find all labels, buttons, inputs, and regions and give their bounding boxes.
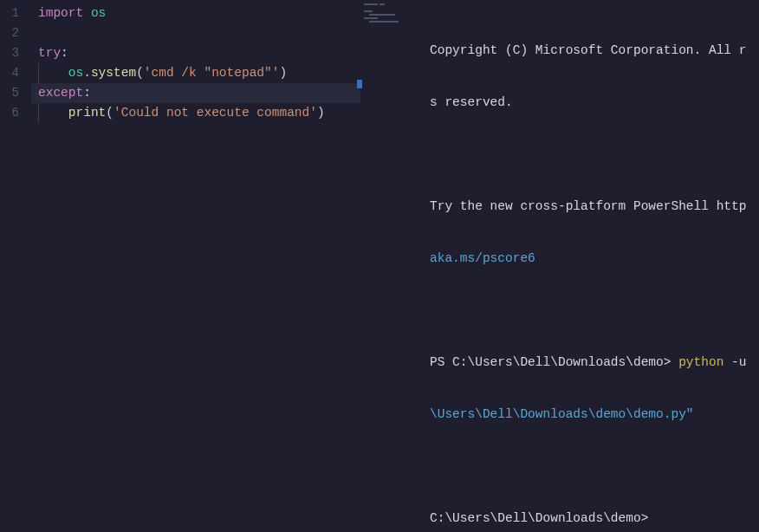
command-argument-path: \Users\Dell\Downloads\demo\demo.py" [430, 405, 759, 423]
line-number: 5 [0, 83, 31, 103]
code-area[interactable]: import ostry: os.system('cmd /k "notepad… [31, 0, 360, 532]
command-executable: python [678, 355, 723, 369]
code-line[interactable] [31, 23, 360, 43]
code-line[interactable]: try: [31, 43, 360, 63]
terminal-prompt: C:\Users\Dell\Downloads\demo> [430, 509, 759, 527]
terminal-line: Copyright (C) Microsoft Corporation. All… [430, 42, 759, 59]
terminal-prompt-line: PS C:\Users\Dell\Downloads\demo> python … [430, 354, 759, 371]
terminal-line: s reserved. [430, 94, 759, 111]
line-number: 3 [0, 43, 31, 63]
terminal-link[interactable]: aka.ms/pscore6 [430, 250, 759, 267]
line-number-gutter: 123456 [0, 0, 31, 532]
line-number: 6 [0, 103, 31, 123]
code-editor-pane[interactable]: 123456 import ostry: os.system('cmd /k "… [0, 0, 360, 532]
code-line[interactable]: import os [31, 3, 360, 23]
code-line[interactable]: os.system('cmd /k "notepad"') [31, 63, 360, 83]
code-line[interactable]: print('Could not execute command') [31, 103, 360, 123]
terminal-line: Try the new cross-platform PowerShell ht… [430, 198, 759, 215]
line-number: 1 [0, 3, 31, 23]
code-line[interactable]: except: [31, 83, 360, 103]
line-number: 4 [0, 63, 31, 83]
line-number: 2 [0, 23, 31, 43]
terminal-pane[interactable]: Copyright (C) Microsoft Corporation. All… [360, 0, 759, 532]
overview-ruler-marker [357, 80, 362, 88]
